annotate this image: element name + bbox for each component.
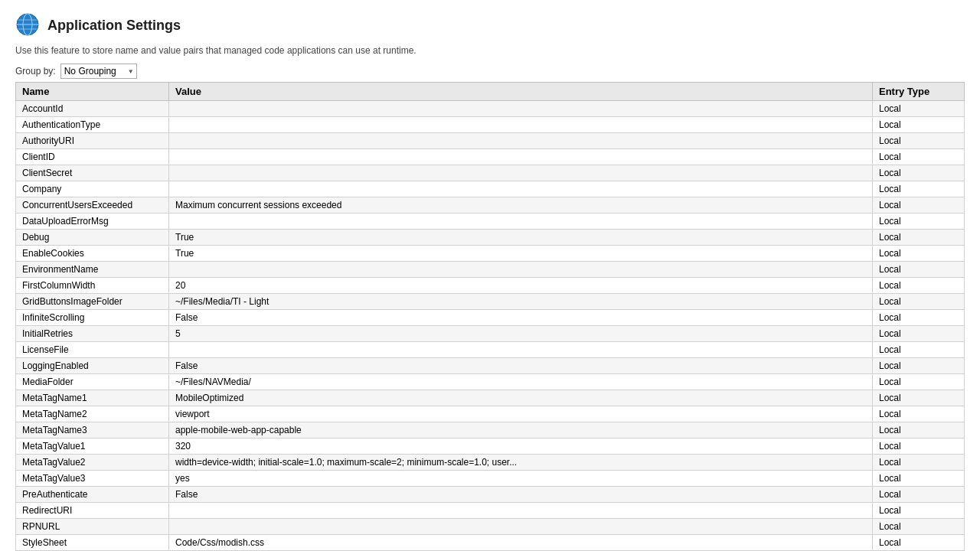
- cell-name: MetaTagName2: [16, 406, 169, 422]
- table-row[interactable]: StyleSheetCode/Css/modish.cssLocal: [16, 535, 965, 551]
- cell-value: True: [169, 230, 873, 246]
- cell-name: EnvironmentName: [16, 262, 169, 278]
- cell-name: MetaTagValue1: [16, 439, 169, 455]
- table-row[interactable]: MetaTagName1MobileOptimizedLocal: [16, 390, 965, 406]
- settings-table: Name Value Entry Type AccountIdLocalAuth…: [15, 82, 965, 551]
- table-row[interactable]: ClientIDLocal: [16, 149, 965, 165]
- cell-entry-type: Local: [873, 294, 965, 310]
- cell-value: 5: [169, 326, 873, 342]
- cell-name: InfiniteScrolling: [16, 310, 169, 326]
- cell-name: MetaTagValue3: [16, 471, 169, 487]
- cell-name: RedirectURI: [16, 503, 169, 519]
- cell-name: RPNURL: [16, 519, 169, 535]
- cell-value: 320: [169, 439, 873, 455]
- cell-value: apple-mobile-web-app-capable: [169, 422, 873, 439]
- cell-entry-type: Local: [873, 165, 965, 181]
- cell-entry-type: Local: [873, 535, 965, 551]
- table-row[interactable]: InfiniteScrollingFalseLocal: [16, 310, 965, 326]
- cell-entry-type: Local: [873, 342, 965, 358]
- cell-value: 20: [169, 278, 873, 294]
- cell-name: MetaTagName3: [16, 422, 169, 439]
- cell-entry-type: Local: [873, 310, 965, 326]
- cell-name: ClientSecret: [16, 165, 169, 181]
- table-row[interactable]: MetaTagName2viewportLocal: [16, 406, 965, 422]
- table-row[interactable]: MetaTagValue2width=device-width; initial…: [16, 455, 965, 471]
- cell-value: Code/Css/modish.css: [169, 535, 873, 551]
- cell-name: ConcurrentUsersExceeded: [16, 197, 169, 214]
- table-row[interactable]: MetaTagValue1320Local: [16, 439, 965, 455]
- cell-value: width=device-width; initial-scale=1.0; m…: [169, 455, 873, 471]
- cell-value: viewport: [169, 406, 873, 422]
- cell-name: AuthenticationType: [16, 117, 169, 133]
- cell-value: [169, 133, 873, 149]
- cell-name: MediaFolder: [16, 374, 169, 390]
- cell-value: [169, 165, 873, 181]
- cell-value: [169, 117, 873, 133]
- table-row[interactable]: GridButtonsImageFolder~/Files/Media/TI -…: [16, 294, 965, 310]
- table-row[interactable]: ClientSecretLocal: [16, 165, 965, 181]
- table-row[interactable]: LoggingEnabledFalseLocal: [16, 358, 965, 374]
- table-row[interactable]: EnvironmentNameLocal: [16, 262, 965, 278]
- cell-value: [169, 342, 873, 358]
- page-header: Application Settings: [15, 8, 965, 39]
- cell-value: [169, 519, 873, 535]
- cell-value: [169, 262, 873, 278]
- cell-name: EnableCookies: [16, 246, 169, 262]
- page-title: Application Settings: [47, 18, 181, 34]
- cell-entry-type: Local: [873, 422, 965, 439]
- table-row[interactable]: ConcurrentUsersExceededMaximum concurren…: [16, 197, 965, 214]
- table-row[interactable]: MetaTagValue3yesLocal: [16, 471, 965, 487]
- cell-name: GridButtonsImageFolder: [16, 294, 169, 310]
- cell-name: PreAuthenticate: [16, 487, 169, 503]
- group-by-select-wrapper[interactable]: No Grouping Entry Type: [60, 64, 137, 79]
- cell-name: Debug: [16, 230, 169, 246]
- cell-value: False: [169, 310, 873, 326]
- cell-value: [169, 149, 873, 165]
- cell-entry-type: Local: [873, 117, 965, 133]
- toolbar: Group by: No Grouping Entry Type: [15, 64, 965, 79]
- cell-name: LicenseFile: [16, 342, 169, 358]
- group-by-select[interactable]: No Grouping Entry Type: [60, 64, 137, 79]
- table-row[interactable]: FirstColumnWidth20Local: [16, 278, 965, 294]
- cell-entry-type: Local: [873, 149, 965, 165]
- table-row[interactable]: RedirectURILocal: [16, 503, 965, 519]
- table-row[interactable]: InitialRetries5Local: [16, 326, 965, 342]
- table-row[interactable]: MetaTagName3apple-mobile-web-app-capable…: [16, 422, 965, 439]
- cell-name: StyleSheet: [16, 535, 169, 551]
- cell-entry-type: Local: [873, 455, 965, 471]
- cell-value: yes: [169, 471, 873, 487]
- cell-entry-type: Local: [873, 197, 965, 214]
- table-row[interactable]: EnableCookiesTrueLocal: [16, 246, 965, 262]
- table-row[interactable]: RPNURLLocal: [16, 519, 965, 535]
- col-header-name[interactable]: Name: [16, 83, 169, 101]
- cell-entry-type: Local: [873, 326, 965, 342]
- cell-name: ClientID: [16, 149, 169, 165]
- cell-name: AccountId: [16, 101, 169, 117]
- cell-value: True: [169, 246, 873, 262]
- cell-name: LoggingEnabled: [16, 358, 169, 374]
- table-row[interactable]: PreAuthenticateFalseLocal: [16, 487, 965, 503]
- table-row[interactable]: AuthorityURILocal: [16, 133, 965, 149]
- cell-value: [169, 503, 873, 519]
- table-row[interactable]: DataUploadErrorMsgLocal: [16, 214, 965, 230]
- cell-entry-type: Local: [873, 519, 965, 535]
- cell-entry-type: Local: [873, 278, 965, 294]
- col-header-value[interactable]: Value: [169, 83, 873, 101]
- table-row[interactable]: MediaFolder~/Files/NAVMedia/Local: [16, 374, 965, 390]
- cell-entry-type: Local: [873, 487, 965, 503]
- cell-value: ~/Files/Media/TI - Light: [169, 294, 873, 310]
- table-row[interactable]: AccountIdLocal: [16, 101, 965, 117]
- cell-value: MobileOptimized: [169, 390, 873, 406]
- table-row[interactable]: DebugTrueLocal: [16, 230, 965, 246]
- col-header-entry-type[interactable]: Entry Type: [873, 83, 965, 101]
- cell-name: MetaTagValue2: [16, 455, 169, 471]
- table-row[interactable]: AuthenticationTypeLocal: [16, 117, 965, 133]
- table-row[interactable]: CompanyLocal: [16, 181, 965, 197]
- cell-name: FirstColumnWidth: [16, 278, 169, 294]
- cell-entry-type: Local: [873, 406, 965, 422]
- cell-value: [169, 181, 873, 197]
- cell-value: [169, 101, 873, 117]
- app-icon: [15, 12, 40, 39]
- cell-entry-type: Local: [873, 471, 965, 487]
- table-row[interactable]: LicenseFileLocal: [16, 342, 965, 358]
